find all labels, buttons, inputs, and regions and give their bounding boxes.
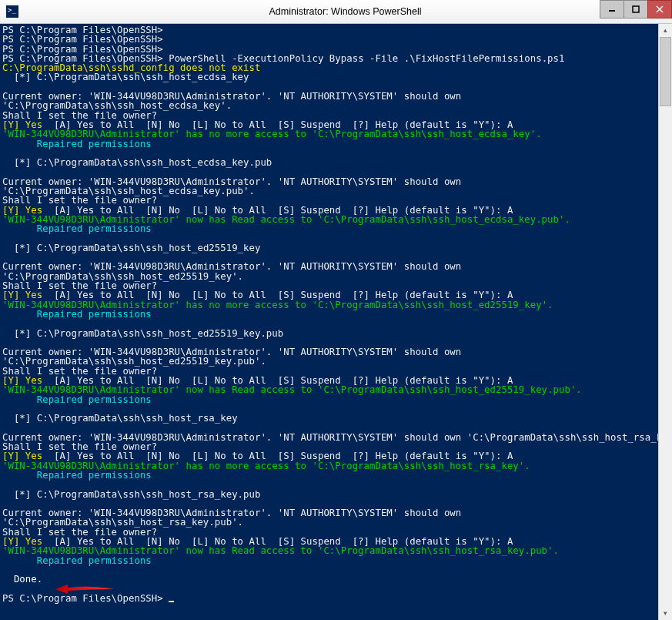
done-line: Done. [2,574,42,585]
vertical-scrollbar[interactable]: ▴ ▾ [658,24,672,620]
final-prompt: PS C:\Program Files\OpenSSH> [2,593,169,604]
path: C:\ProgramData\ssh\ssh_host_ed25519_key.… [37,328,284,339]
maximize-button[interactable] [624,0,648,18]
repaired-line: Repaired permissions [2,309,152,320]
close-button[interactable] [647,0,672,18]
powershell-window: Administrator: Windows PowerShell PS C:\… [0,0,672,620]
minimize-button[interactable] [600,0,624,18]
cursor [169,601,174,602]
repaired-line: Repaired permissions [2,394,152,405]
star-prefix: [*] [2,489,37,500]
svg-rect-1 [633,6,639,12]
titlebar[interactable]: Administrator: Windows PowerShell [0,0,672,24]
repaired-line: Repaired permissions [2,470,152,481]
path: C:\ProgramData\ssh\ssh_host_rsa_key.pub [37,489,261,500]
window-title: Administrator: Windows PowerShell [18,6,672,17]
path: C:\ProgramData\ssh\ssh_host_rsa_key [37,413,238,424]
terminal-output[interactable]: PS C:\Program Files\OpenSSH> PS C:\Progr… [0,24,658,620]
repaired-line: Repaired permissions [2,223,152,234]
star-prefix: [*] [2,328,37,339]
scroll-thumb[interactable] [660,37,671,106]
star-prefix: [*] [2,72,37,82]
powershell-icon [6,5,18,18]
repaired-line: Repaired permissions [2,139,152,149]
star-prefix: [*] [2,157,37,168]
scroll-down-button[interactable]: ▾ [659,607,672,620]
scroll-up-button[interactable]: ▴ [659,24,672,37]
content-area: PS C:\Program Files\OpenSSH> PS C:\Progr… [0,24,672,620]
star-prefix: [*] [2,413,37,424]
path: C:\ProgramData\ssh\ssh_host_ecdsa_key.pu… [37,157,272,168]
path: C:\ProgramData\ssh\ssh_host_ed25519_key [37,243,261,253]
path: C:\ProgramData\ssh\ssh_host_ecdsa_key [37,72,249,82]
repaired-line: Repaired permissions [2,555,152,566]
star-prefix: [*] [2,243,37,253]
window-controls [600,0,672,17]
